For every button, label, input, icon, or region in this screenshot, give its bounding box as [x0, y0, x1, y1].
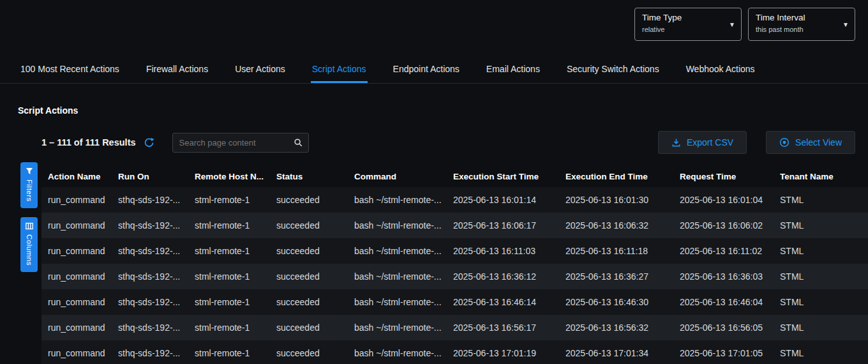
refresh-button[interactable] [144, 137, 154, 148]
table-row[interactable]: run_commandsthq-sds-192-...stml-remote-1… [41, 238, 868, 264]
filter-funnel-icon [26, 167, 33, 175]
cell-tenant-name: STML [780, 220, 868, 231]
cell-tenant-name: STML [780, 297, 868, 307]
cell-command: bash ~/stml-remote-... [354, 246, 453, 256]
cell-run-on: sthq-sds-192-... [118, 220, 195, 231]
select-view-label: Select View [795, 137, 842, 148]
cell-execution-start-time: 2025-06-13 16:56:17 [453, 322, 565, 333]
cell-tenant-name: STML [780, 322, 868, 333]
tab-bar: 100 Most Recent ActionsFirewall ActionsU… [0, 57, 868, 84]
cell-status: succeeded [276, 220, 354, 231]
cell-request-time: 2025-06-13 16:01:04 [680, 195, 780, 205]
cell-run-on: sthq-sds-192-... [118, 271, 195, 282]
toolbar: 1 – 111 of 111 Results Export CSV Select… [41, 131, 855, 154]
cell-run-on: sthq-sds-192-... [118, 348, 195, 358]
column-header-execution-end-time[interactable]: Execution End Time [565, 172, 680, 181]
time-interval-value: this past month [756, 26, 841, 33]
chevron-down-icon: ▼ [842, 21, 849, 28]
column-header-action-name[interactable]: Action Name [41, 172, 118, 181]
cell-tenant-name: STML [780, 246, 868, 256]
time-type-label: Time Type [642, 13, 727, 22]
time-type-value: relative [642, 26, 727, 33]
tab-user-actions[interactable]: User Actions [234, 57, 287, 83]
tab-firewall-actions[interactable]: Firewall Actions [145, 57, 209, 83]
tab-100-most-recent-actions[interactable]: 100 Most Recent Actions [19, 57, 121, 83]
cell-execution-start-time: 2025-06-13 16:11:03 [453, 246, 565, 256]
select-view-button[interactable]: Select View [766, 131, 855, 154]
page-title: Script Actions [18, 105, 868, 116]
cell-execution-start-time: 2025-06-13 16:01:14 [453, 195, 565, 205]
cell-request-time: 2025-06-13 16:56:05 [680, 322, 780, 333]
search-input[interactable] [178, 137, 294, 148]
side-rail: Filters Columns [20, 162, 38, 272]
column-header-execution-start-time[interactable]: Execution Start Time [453, 172, 565, 181]
cell-action-name: run_command [41, 271, 118, 282]
column-header-run-on[interactable]: Run On [118, 172, 195, 181]
cell-execution-end-time: 2025-06-13 17:01:34 [565, 348, 680, 358]
filters-button[interactable]: Filters [20, 162, 38, 208]
search-icon [294, 138, 303, 148]
tab-endpoint-actions[interactable]: Endpoint Actions [392, 57, 461, 83]
cell-status: succeeded [276, 271, 354, 282]
cell-command: bash ~/stml-remote-... [354, 348, 453, 358]
download-icon [671, 138, 681, 148]
cell-command: bash ~/stml-remote-... [354, 195, 453, 205]
cell-execution-end-time: 2025-06-13 16:56:32 [565, 322, 680, 333]
table-body: run_commandsthq-sds-192-...stml-remote-1… [41, 187, 868, 364]
column-header-status[interactable]: Status [276, 172, 354, 181]
cell-execution-end-time: 2025-06-13 16:06:32 [565, 220, 680, 231]
cell-action-name: run_command [41, 297, 118, 307]
table-row[interactable]: run_commandsthq-sds-192-...stml-remote-1… [41, 213, 868, 238]
table-row[interactable]: run_commandsthq-sds-192-...stml-remote-1… [41, 289, 868, 315]
actions-table: Action NameRun OnRemote Host N...StatusC… [41, 165, 868, 364]
tab-webhook-actions[interactable]: Webhook Actions [685, 57, 756, 83]
export-csv-button[interactable]: Export CSV [658, 131, 747, 154]
cell-execution-end-time: 2025-06-13 16:46:30 [565, 297, 680, 307]
cell-request-time: 2025-06-13 16:11:02 [680, 246, 780, 256]
columns-button[interactable]: Columns [20, 217, 38, 272]
table-row[interactable]: run_commandsthq-sds-192-...stml-remote-1… [41, 315, 868, 340]
cell-run-on: sthq-sds-192-... [118, 246, 195, 256]
table-header-row: Action NameRun OnRemote Host N...StatusC… [41, 165, 868, 187]
column-header-command[interactable]: Command [354, 172, 453, 181]
cell-execution-start-time: 2025-06-13 17:01:19 [453, 348, 565, 358]
cell-status: succeeded [276, 297, 354, 307]
table-row[interactable]: run_commandsthq-sds-192-...stml-remote-1… [41, 340, 868, 364]
cell-tenant-name: STML [780, 195, 868, 205]
cell-tenant-name: STML [780, 271, 868, 282]
cell-remote-host-name: stml-remote-1 [195, 348, 276, 358]
cell-run-on: sthq-sds-192-... [118, 297, 195, 307]
results-count: 1 – 111 of 111 Results [41, 137, 136, 148]
time-controls: Time Type relative ▼ Time Interval this … [0, 0, 868, 41]
cell-execution-end-time: 2025-06-13 16:01:30 [565, 195, 680, 205]
table-row[interactable]: run_commandsthq-sds-192-...stml-remote-1… [41, 187, 868, 213]
time-interval-dropdown[interactable]: Time Interval this past month ▼ [748, 8, 855, 41]
cell-status: succeeded [276, 348, 354, 358]
cell-command: bash ~/stml-remote-... [354, 271, 453, 282]
search-box [172, 133, 309, 153]
cell-command: bash ~/stml-remote-... [354, 322, 453, 333]
cell-action-name: run_command [41, 322, 118, 333]
column-header-remote-host-name[interactable]: Remote Host N... [195, 172, 276, 181]
cell-status: succeeded [276, 246, 354, 256]
table-row[interactable]: run_commandsthq-sds-192-...stml-remote-1… [41, 264, 868, 289]
tab-security-switch-actions[interactable]: Security Switch Actions [565, 57, 661, 83]
cell-remote-host-name: stml-remote-1 [195, 271, 276, 282]
tab-email-actions[interactable]: Email Actions [485, 57, 541, 83]
columns-label: Columns [26, 234, 33, 266]
cell-run-on: sthq-sds-192-... [118, 322, 195, 333]
column-header-tenant-name[interactable]: Tenant Name [780, 172, 868, 181]
time-type-dropdown[interactable]: Time Type relative ▼ [634, 8, 742, 41]
cell-remote-host-name: stml-remote-1 [195, 322, 276, 333]
cell-action-name: run_command [41, 348, 118, 358]
chevron-down-icon: ▼ [729, 21, 735, 28]
eye-icon [779, 137, 789, 148]
cell-execution-start-time: 2025-06-13 16:06:17 [453, 220, 565, 231]
cell-command: bash ~/stml-remote-... [354, 297, 453, 307]
tab-script-actions[interactable]: Script Actions [311, 57, 368, 83]
column-header-request-time[interactable]: Request Time [680, 172, 780, 181]
refresh-icon [144, 137, 154, 148]
time-interval-label: Time Interval [756, 13, 841, 22]
cell-remote-host-name: stml-remote-1 [195, 297, 276, 307]
cell-remote-host-name: stml-remote-1 [195, 220, 276, 231]
